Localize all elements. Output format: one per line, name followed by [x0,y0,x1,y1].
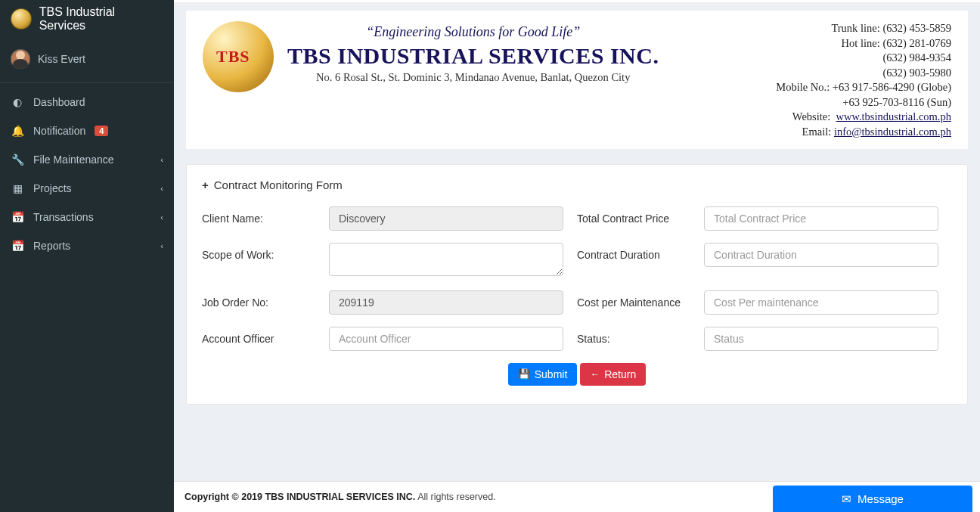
avatar [11,49,30,69]
footer-rights: All rights reserved. [415,492,495,502]
tagline: “Engineering Solutions for Good Life” [287,24,659,40]
chevron-left-icon: ‹ [160,155,163,164]
arrow-left-icon: ← [590,368,600,380]
notification-badge: 4 [95,126,108,136]
joborder-input [329,290,563,315]
status-input[interactable] [704,327,938,351]
website-link[interactable]: www.tbsindustrial.com.ph [836,110,951,123]
grid-icon: ▦ [11,182,24,194]
company-name: TBS INDUSTRIAL SERVICES INC. [287,43,659,69]
chevron-left-icon: ‹ [160,241,163,250]
banner-left: TBS “Engineering Solutions for Good Life… [203,21,659,92]
status-label: Status: [577,327,704,345]
nav-reports-label: Reports [33,240,70,252]
main-content: TBS “Engineering Solutions for Good Life… [174,0,980,512]
globe-logo-icon: TBS [203,21,274,92]
submit-button[interactable]: 💾 Submit [508,363,578,386]
duration-input[interactable] [704,243,938,267]
nav-transactions-label: Transactions [33,211,94,223]
plus-icon: + [202,178,209,191]
nav-dashboard-label: Dashboard [33,96,85,108]
panel-title-text: Contract Monitoring Form [214,178,343,191]
envelope-icon: ✉ [842,492,851,506]
form-panel: + Contract Monitoring Form Client Name: … [186,164,968,405]
mobile-line-2: +63 925-703-8116 (Sun) [776,95,951,110]
user-panel[interactable]: Kiss Evert [0,38,174,83]
return-label: Return [604,368,636,380]
banner-center: “Engineering Solutions for Good Life” TB… [287,21,659,84]
nav-notification-label: Notification [33,125,85,137]
nav-file-maintenance[interactable]: 🔧 File Maintenance ‹ [0,145,174,174]
phone-line-3: (632) 984-9354 [776,51,951,66]
costmaint-input[interactable] [704,290,938,315]
total-price-input[interactable] [704,206,938,231]
company-address: No. 6 Rosal St., St. Dominic 3, Mindanao… [287,71,659,84]
nav-reports[interactable]: 📅 Reports ‹ [0,231,174,260]
phone-line-4: (632) 903-5980 [776,66,951,81]
joborder-label: Job Order No: [202,290,329,309]
return-button[interactable]: ← Return [580,363,646,386]
costmaint-label: Cost per Maintenance [577,290,704,309]
banner-contact: Trunk line: (632) 453-5859 Hot line: (63… [776,21,951,140]
message-button[interactable]: ✉ Message [773,486,972,512]
chevron-left-icon: ‹ [160,213,163,222]
form-actions: 💾 Submit ← Return [202,363,952,386]
dashboard-icon: ◐ [11,96,24,108]
total-price-label: Total Contract Price [577,206,704,225]
scope-input[interactable] [329,243,563,276]
duration-label: Contract Duration [577,243,704,261]
email-line: Email: info@tbsindustrial.com.ph [776,125,951,140]
nav-file-maintenance-label: File Maintenance [33,154,114,166]
client-name-label: Client Name: [202,206,329,225]
client-name-input [329,206,563,231]
calendar-icon: 📅 [11,211,24,223]
header-banner: TBS “Engineering Solutions for Good Life… [186,11,968,149]
chevron-left-icon: ‹ [160,184,163,193]
email-link[interactable]: info@tbsindustrial.com.ph [834,126,951,138]
user-name: Kiss Evert [38,53,85,65]
submit-label: Submit [535,368,568,380]
content-wrap: TBS “Engineering Solutions for Good Life… [174,3,980,481]
nav-projects-label: Projects [33,182,72,194]
hot-line: Hot line: (632) 281-0769 [776,36,951,51]
footer-copyright: Copyright © 2019 TBS INDUSTRIAL SERVICES… [185,492,415,502]
nav-dashboard[interactable]: ◐ Dashboard [0,88,174,116]
scope-label: Scope of Work: [202,243,329,261]
brand-logo-icon [11,8,32,29]
website-line: Website: www.tbsindustrial.com.ph [776,110,951,125]
wrench-icon: 🔧 [11,154,24,166]
brand-title: TBS Industrial Services [39,5,163,33]
mobile-line: Mobile No.: +63 917-586-4290 (Globe) [776,80,951,95]
officer-label: Account Officer [202,327,329,345]
calendar2-icon: 📅 [11,240,24,252]
trunk-line: Trunk line: (632) 453-5859 [776,21,951,36]
nav-notification[interactable]: 🔔 Notification 4 [0,116,174,145]
nav-projects[interactable]: ▦ Projects ‹ [0,174,174,203]
panel-title: + Contract Monitoring Form [202,178,952,191]
sidebar: TBS Industrial Services Kiss Evert ◐ Das… [0,0,174,512]
message-label: Message [858,492,904,505]
brand: TBS Industrial Services [0,0,174,38]
officer-input[interactable] [329,327,563,351]
globe-text: TBS [216,47,250,67]
bell-icon: 🔔 [11,125,24,137]
save-icon: 💾 [518,368,530,380]
nav-transactions[interactable]: 📅 Transactions ‹ [0,203,174,231]
